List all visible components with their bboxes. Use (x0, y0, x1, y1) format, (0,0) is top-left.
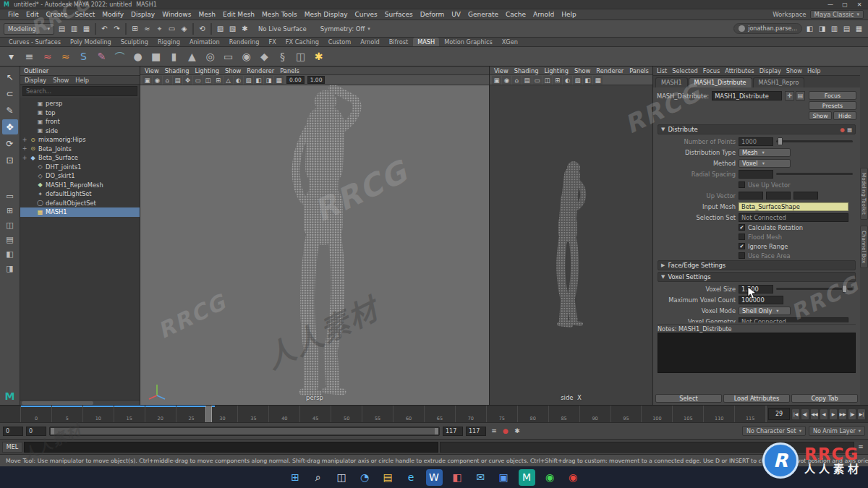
node-header-icon[interactable]: ▤ (796, 91, 805, 100)
shelf-tab[interactable]: XGen (498, 38, 522, 46)
status-line-icon[interactable]: ⟲ (197, 23, 208, 34)
viewport-canvas[interactable]: persp (140, 85, 489, 405)
timeline-tick[interactable]: 15 (114, 406, 145, 422)
viewport-icon[interactable]: ◫ (542, 76, 552, 85)
node-tab[interactable]: MASH1_Distribute (689, 77, 752, 87)
outliner-item[interactable]: + ⊙ mixamorig:Hips (20, 135, 140, 145)
outliner-menu-item[interactable]: Help (75, 77, 89, 84)
outliner-item[interactable]: + ◆ Beta_Surface (20, 153, 140, 163)
viewport-menu-item[interactable]: Renderer (596, 67, 624, 74)
shelf-icon[interactable]: ✎ (93, 48, 110, 65)
live-surface-indicator[interactable]: No Live Surface (258, 25, 307, 33)
outliner-search-input[interactable] (26, 88, 134, 95)
shelf-tab[interactable]: Rigging (153, 38, 184, 46)
viewport-menu-item[interactable]: View (145, 67, 159, 74)
menu-item[interactable]: Surfaces (381, 11, 417, 18)
viewport-icon[interactable]: ▧ (244, 76, 253, 85)
current-frame-field[interactable]: 29 (768, 408, 790, 420)
viewport-icon[interactable]: ◉ (153, 76, 162, 85)
shelf-tab[interactable]: MASH (413, 38, 439, 46)
attribute-editor-menu-item[interactable]: Selected (672, 67, 698, 74)
voxel-settings-header[interactable]: ▼Voxel Settings (658, 272, 856, 282)
input-mesh-field[interactable]: Beta_SurfaceShape (739, 202, 848, 211)
maximize-button[interactable]: ▢ (840, 1, 850, 8)
viewport-icon[interactable]: ▣ (142, 76, 152, 85)
face-edge-settings-header[interactable]: ▶Face/Edge Settings (658, 260, 856, 270)
viewport-icon[interactable]: ▭ (193, 76, 203, 85)
timeline-tick[interactable]: 85 (549, 406, 580, 422)
shelf-icon[interactable]: ◎ (202, 48, 218, 65)
taskbar-icon[interactable]: ◧ (449, 469, 466, 486)
menu-item[interactable]: Curves (352, 11, 381, 18)
shelf-icon[interactable]: ≈ (39, 48, 56, 65)
timeline-tick[interactable]: 60 (393, 406, 425, 422)
viewport-icon[interactable]: △ (224, 76, 233, 85)
timeline-tick[interactable]: 10 (83, 406, 114, 422)
footer-button[interactable]: Select (655, 394, 722, 403)
character-set-dropdown[interactable]: No Character Set (742, 426, 806, 436)
status-line-icon[interactable]: ▭ (166, 23, 177, 34)
attribute-editor-menu-item[interactable]: Show (786, 67, 802, 74)
shelf-icon[interactable]: S (75, 48, 92, 65)
side-viewport[interactable]: ViewShadingLightingShowRendererPanels ▣◉… (490, 67, 653, 405)
shelf-icon[interactable]: ◉ (238, 48, 255, 65)
footer-button[interactable]: Load Attributes (723, 394, 790, 403)
viewport-menu-item[interactable]: Panels (280, 67, 299, 74)
viewport-menu-item[interactable]: Renderer (247, 67, 274, 74)
taskbar-icon[interactable]: ✉ (472, 469, 489, 486)
viewport-menu-item[interactable]: Show (225, 67, 241, 74)
command-input[interactable] (24, 442, 438, 453)
layout-shortcut-icon[interactable]: ◫ (2, 218, 18, 231)
radial-spacing-field[interactable] (739, 170, 773, 179)
focus-button[interactable]: Focus (809, 91, 856, 100)
playback-button[interactable]: |▶ (848, 408, 856, 420)
menu-item[interactable]: Arnold (529, 11, 558, 18)
expand-icon[interactable]: + (22, 145, 27, 152)
expand-icon[interactable]: + (22, 137, 27, 143)
viewport-icon[interactable]: ◧ (583, 76, 592, 85)
outliner-item[interactable]: + ⊙ Beta_Joints (20, 145, 140, 154)
shelf-icon[interactable]: ▾ (3, 48, 20, 65)
viewport-menu-item[interactable]: Panels (629, 67, 649, 74)
menu-item[interactable]: Mesh (195, 11, 219, 18)
shelf-tab[interactable]: Poly Modeling (66, 38, 116, 46)
shelf-icon[interactable]: ▲ (184, 48, 200, 65)
sidebar-toggle-icon[interactable]: ▥ (829, 23, 840, 34)
status-line-icon[interactable]: ▥ (69, 23, 80, 34)
status-line-icon[interactable]: ▨ (227, 23, 238, 34)
viewport-menu-item[interactable]: Lighting (544, 67, 569, 74)
up-vector-x-field[interactable] (739, 192, 763, 200)
footer-button[interactable]: Copy Tab (791, 394, 858, 403)
outliner-item[interactable]: ◇ DO_skirt1 (20, 171, 140, 181)
anim-layer-dropdown[interactable]: No Anim Layer (809, 426, 865, 436)
status-line-icon[interactable]: ✱ (239, 23, 250, 34)
timeline-tick[interactable]: 115 (735, 406, 766, 422)
menu-item[interactable]: Mesh Tools (258, 11, 301, 18)
playback-end-field[interactable]: 117 (443, 427, 463, 436)
taskbar-icon[interactable]: W (426, 469, 443, 486)
menu-item[interactable]: UV (448, 11, 464, 18)
menu-item[interactable]: Deform (417, 11, 448, 18)
exposure-field[interactable]: 0.00 (286, 76, 305, 84)
viewport-icon[interactable]: ▤ (173, 76, 182, 85)
layout-shortcut-icon[interactable]: ▭ (2, 189, 18, 202)
section-header-icon[interactable]: ▦ (847, 127, 852, 133)
status-line-icon[interactable]: ▧ (215, 23, 226, 34)
shelf-icon[interactable]: ✱ (310, 48, 327, 65)
account-menu[interactable]: jonathan.parse... (733, 23, 802, 34)
outliner-menu-item[interactable]: Show (53, 77, 69, 84)
status-line-icon[interactable]: ≈ (142, 23, 153, 34)
viewport-icon[interactable]: ◐ (234, 76, 243, 85)
status-line-icon[interactable] (125, 23, 127, 35)
selection-set-field[interactable]: Not Connected (739, 213, 848, 222)
timeline-tick[interactable]: 20 (145, 406, 176, 422)
show-button[interactable]: Show (809, 111, 832, 120)
outliner-item[interactable]: ▦ MASH1 (20, 207, 140, 217)
playback-button[interactable]: ▶▶ (838, 408, 847, 420)
viewport-icon[interactable]: ▧ (573, 76, 582, 85)
tool-icon[interactable]: ✎ (2, 103, 18, 118)
menu-item[interactable]: Generate (464, 11, 502, 18)
dock-vertical-tab[interactable]: Modeling Toolkit (860, 168, 868, 220)
playback-start-field[interactable]: 0 (26, 427, 46, 436)
timeline-tick[interactable]: 45 (300, 406, 331, 422)
